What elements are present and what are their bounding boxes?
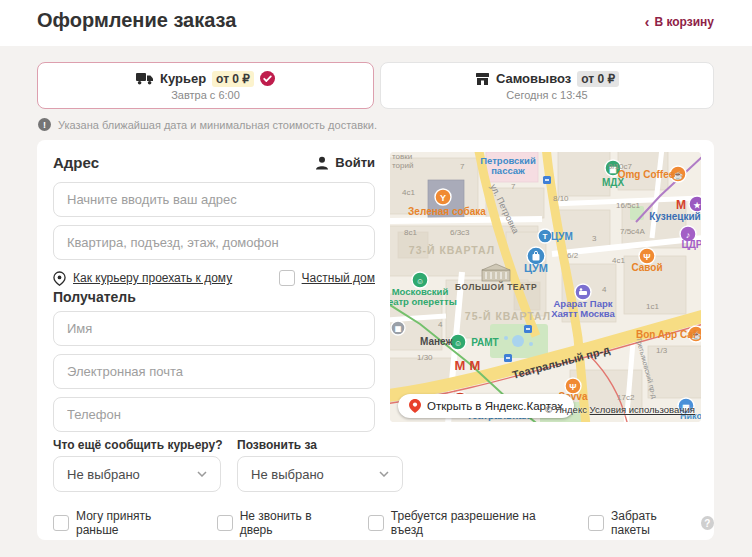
- apartment-input[interactable]: [53, 225, 375, 260]
- courier-message-select[interactable]: Не выбрано: [53, 456, 221, 492]
- svg-text:пассаж: пассаж: [491, 165, 525, 176]
- svg-text:Манеж: Манеж: [420, 336, 453, 347]
- map-canvas: Y ▦ ☕ ★ ♪ Ψ T ☺ ☺ ▦ Ψ ☕ ▦ М: [390, 152, 701, 422]
- login-label: Войти: [335, 155, 375, 170]
- phone-input[interactable]: [53, 397, 375, 432]
- help-icon[interactable]: ?: [701, 516, 714, 530]
- svg-text:Кузнецкий: Кузнецкий: [649, 211, 701, 222]
- courier-message-value: Не выбрано: [67, 467, 140, 482]
- entry-permit-checkbox[interactable]: [368, 515, 384, 531]
- location-pin-icon: [53, 271, 66, 286]
- no-doorbell-label: Не звонить в дверь: [240, 509, 342, 537]
- svg-text:1c1: 1c1: [646, 302, 659, 311]
- svg-text:РАМТ: РАМТ: [471, 337, 498, 348]
- map-copyright: © Яндекс Условия использования: [545, 404, 695, 415]
- delivery-option-courier[interactable]: Курьер от 0 ₽ Завтра с 6:00: [37, 62, 374, 109]
- svg-text:▦: ▦: [395, 325, 402, 332]
- checkout-page: Оформление заказа ‹ В корзину Курьер от …: [0, 0, 752, 557]
- back-to-cart-label: В корзину: [654, 15, 714, 29]
- courier-schedule: Завтра с 6:00: [171, 89, 240, 101]
- courier-message-label: Что ещё сообщить курьеру?: [53, 438, 223, 452]
- courier-price-badge: от 0 ₽: [212, 71, 254, 87]
- email-input[interactable]: [53, 354, 375, 389]
- accept-earlier-checkbox[interactable]: [53, 515, 69, 531]
- call-before-value: Не выбрано: [251, 467, 324, 482]
- svg-text:М: М: [470, 358, 481, 373]
- pickup-price-badge: от 0 ₽: [577, 71, 619, 87]
- login-button[interactable]: Войти: [315, 155, 375, 170]
- delivery-option-pickup[interactable]: Самовывоз от 0 ₽ Сегодня с 13:45: [380, 62, 714, 109]
- svg-text:1/30: 1/30: [417, 353, 433, 362]
- back-to-cart-link[interactable]: ‹ В корзину: [645, 15, 714, 29]
- svg-text:4: 4: [438, 320, 443, 329]
- svg-text:4: 4: [602, 285, 607, 294]
- name-input[interactable]: [53, 311, 375, 346]
- svg-text:★: ★: [693, 201, 701, 210]
- driver-directions-link[interactable]: Как курьеру проехать к дому: [73, 271, 232, 285]
- pickup-schedule: Сегодня с 13:45: [506, 89, 587, 101]
- yandex-map[interactable]: Y ▦ ☕ ★ ♪ Ψ T ☺ ☺ ▦ Ψ ☕ ▦ М: [390, 152, 701, 422]
- page-header: Оформление заказа ‹ В корзину: [0, 0, 752, 46]
- chevron-left-icon: ‹: [645, 16, 650, 28]
- svg-text:товки: товки: [392, 152, 412, 161]
- svg-text:T: T: [543, 232, 548, 241]
- svg-text:Савой: Савой: [631, 262, 662, 273]
- delivery-note-text: Указана ближайшая дата и минимальная сто…: [58, 119, 377, 131]
- svg-text:ЦУМ: ЦУМ: [524, 262, 548, 274]
- no-doorbell-checkbox[interactable]: [217, 515, 233, 531]
- recipient-section-title: Получатель: [53, 289, 136, 305]
- svg-text:театр оперетты: театр оперетты: [390, 296, 457, 307]
- store-icon: [475, 72, 490, 86]
- pickup-label: Самовывоз: [496, 71, 571, 86]
- svg-text:9/10c7: 9/10c7: [608, 162, 633, 171]
- svg-text:4c1: 4c1: [612, 256, 625, 265]
- accept-earlier-label: Могу принять раньше: [76, 509, 191, 537]
- person-icon: [315, 156, 329, 170]
- open-yandex-maps-label: Открыть в Яндекс.Картах: [427, 400, 563, 412]
- checkout-form-card: Адрес Войти Как курьеру проехать к дому: [37, 140, 714, 540]
- copyright-text: © Яндекс: [545, 404, 587, 415]
- svg-text:1/3: 1/3: [656, 346, 668, 355]
- svg-text:ЦДР: ЦДР: [681, 239, 701, 250]
- svg-text:М: М: [455, 358, 466, 373]
- take-packages-label: Забрать пакеты: [611, 509, 694, 537]
- svg-text:4c1: 4c1: [402, 188, 415, 197]
- svg-text:Ψ: Ψ: [643, 252, 650, 262]
- selected-check-icon: [260, 71, 275, 86]
- svg-text:Y: Y: [440, 193, 446, 203]
- page-title: Оформление заказа: [37, 9, 236, 32]
- svg-text:Bon App Caf: Bon App Caf: [636, 329, 697, 340]
- svg-text:торий: торий: [392, 161, 413, 170]
- svg-text:ЦУМ: ЦУМ: [551, 231, 573, 242]
- call-before-select[interactable]: Не выбрано: [237, 456, 403, 492]
- courier-label: Курьер: [160, 71, 206, 86]
- call-before-label: Позвонить за: [237, 438, 317, 452]
- address-input[interactable]: [53, 182, 375, 217]
- svg-text:6/2: 6/2: [567, 251, 579, 260]
- svg-text:16/5c1: 16/5c1: [616, 201, 641, 210]
- truck-icon: [136, 72, 154, 86]
- terms-of-use-link[interactable]: Условия использования: [590, 404, 695, 415]
- svg-text:Ψ: Ψ: [569, 382, 576, 392]
- private-house-label[interactable]: Частный дом: [302, 271, 375, 285]
- svg-text:7/5c4A: 7/5c4A: [620, 227, 646, 236]
- address-section-title: Адрес: [53, 154, 99, 171]
- options-checkbox-row: Могу принять раньше Не звонить в дверь Т…: [53, 509, 714, 537]
- svg-text:3: 3: [592, 234, 597, 243]
- private-house-checkbox[interactable]: [279, 270, 295, 286]
- svg-text:7: 7: [460, 162, 465, 171]
- svg-text:♪: ♪: [686, 230, 691, 240]
- svg-text:75-Й КВАРТАЛ: 75-Й КВАРТАЛ: [465, 310, 551, 322]
- svg-text:6/3c3: 6/3c3: [450, 228, 470, 237]
- take-packages-checkbox[interactable]: [588, 515, 604, 531]
- svg-text:7: 7: [511, 182, 516, 191]
- svg-text:Хаятт Москва: Хаятт Москва: [551, 308, 615, 319]
- info-icon: !: [38, 118, 51, 131]
- chevron-down-icon: [379, 471, 389, 477]
- svg-text:БОЛЬШОЙ ТЕАТР: БОЛЬШОЙ ТЕАТР: [455, 281, 537, 292]
- svg-text:☺: ☺: [416, 277, 424, 286]
- svg-text:Зеленая собака: Зеленая собака: [408, 206, 486, 217]
- entry-permit-label: Требуется разрешение на въезд: [391, 509, 562, 537]
- svg-text:8/10: 8/10: [553, 194, 569, 203]
- chevron-down-icon: [197, 471, 207, 477]
